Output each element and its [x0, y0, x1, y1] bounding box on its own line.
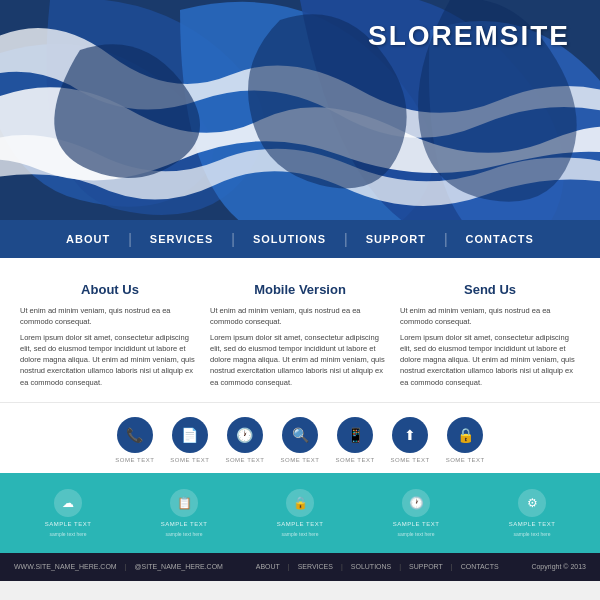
teal-label-2: SAMPLE TEXT [161, 521, 208, 527]
lock-icon: 🔒 [447, 417, 483, 453]
footer-social[interactable]: @SITE_NAME_HERE.COM [135, 563, 223, 570]
gear-icon: ⚙ [518, 489, 546, 517]
teal-sub-3: sample text here [282, 531, 319, 537]
clock-icon: 🕐 [227, 417, 263, 453]
teal-doc-icon: 📋 [170, 489, 198, 517]
icon-mobile-label: some text [336, 457, 375, 463]
mobile-text: Ut enim ad minim veniam, quis nostrud ea… [210, 305, 390, 388]
mobile-column: Mobile Version Ut enim ad minim veniam, … [210, 282, 390, 392]
nav-contacts[interactable]: CONTACTS [448, 233, 552, 245]
teal-sub-5: sample text here [514, 531, 551, 537]
nav-items: ABOUT | SERVICES | SOLUTIONS | SUPPORT |… [48, 231, 552, 247]
footer-website[interactable]: WWW.SITE_NAME_HERE.COM [14, 563, 117, 570]
cloud-icon: ☁ [54, 489, 82, 517]
icon-clock-label: some text [225, 457, 264, 463]
icon-search-label: some text [280, 457, 319, 463]
teal-sub-1: sample text here [50, 531, 87, 537]
mobile-title: Mobile Version [210, 282, 390, 297]
teal-label-1: SAMPLE TEXT [45, 521, 92, 527]
nav-support[interactable]: SUPPORT [348, 233, 444, 245]
footer-nav-contacts[interactable]: CONTACTS [461, 563, 499, 570]
footer-nav-div4: | [451, 563, 453, 570]
icon-lock-label: some text [446, 457, 485, 463]
teal-label-4: SAMPLE TEXT [393, 521, 440, 527]
footer-nav-services[interactable]: SERVICES [298, 563, 333, 570]
footer-links: WWW.SITE_NAME_HERE.COM | @SITE_NAME_HERE… [14, 563, 223, 570]
search-icon: 🔍 [282, 417, 318, 453]
about-title: About Us [20, 282, 200, 297]
teal-sub-2: sample text here [166, 531, 203, 537]
header: SLOREMSITE [0, 0, 600, 220]
teal-item-cloud[interactable]: ☁ SAMPLE TEXT sample text here [45, 489, 92, 537]
icon-phone[interactable]: 📞 some text [115, 417, 154, 463]
icon-lock[interactable]: 🔒 some text [446, 417, 485, 463]
footer: WWW.SITE_NAME_HERE.COM | @SITE_NAME_HERE… [0, 553, 600, 581]
footer-divider-1: | [125, 563, 127, 570]
main-content: About Us Ut enim ad minim veniam, quis n… [0, 258, 600, 402]
footer-nav-div1: | [288, 563, 290, 570]
nav-services[interactable]: SERVICES [132, 233, 231, 245]
icon-upload-label: some text [391, 457, 430, 463]
sendus-text: Ut enim ad minim veniam, quis nostrud ea… [400, 305, 580, 388]
footer-nav-div3: | [399, 563, 401, 570]
footer-nav-about[interactable]: ABOUT [256, 563, 280, 570]
site-logo: SLOREMSITE [368, 20, 570, 52]
teal-item-clock[interactable]: 🕐 SAMPLE TEXT sample text here [393, 489, 440, 537]
nav-solutions[interactable]: SOLUTIONS [235, 233, 344, 245]
content-columns: About Us Ut enim ad minim veniam, quis n… [20, 282, 580, 392]
doc-icon: 📄 [172, 417, 208, 453]
teal-item-doc[interactable]: 📋 SAMPLE TEXT sample text here [161, 489, 208, 537]
teal-sub-4: sample text here [398, 531, 435, 537]
icon-doc-label: some text [170, 457, 209, 463]
icon-mobile[interactable]: 📱 some text [336, 417, 375, 463]
teal-clock-icon: 🕐 [402, 489, 430, 517]
teal-lock-icon: 🔒 [286, 489, 314, 517]
phone-icon: 📞 [117, 417, 153, 453]
footer-nav-solutions[interactable]: SOLUTIONS [351, 563, 391, 570]
teal-item-lock[interactable]: 🔒 SAMPLE TEXT sample text here [277, 489, 324, 537]
upload-icon: ⬆ [392, 417, 428, 453]
footer-nav-support[interactable]: SUPPORT [409, 563, 443, 570]
main-nav: ABOUT | SERVICES | SOLUTIONS | SUPPORT |… [0, 220, 600, 258]
teal-item-gear[interactable]: ⚙ SAMPLE TEXT sample text here [509, 489, 556, 537]
teal-label-5: SAMPLE TEXT [509, 521, 556, 527]
nav-about[interactable]: ABOUT [48, 233, 128, 245]
footer-copyright: Copyright © 2013 [531, 563, 586, 570]
teal-band: ☁ SAMPLE TEXT sample text here 📋 SAMPLE … [0, 473, 600, 553]
footer-nav-div2: | [341, 563, 343, 570]
teal-label-3: SAMPLE TEXT [277, 521, 324, 527]
sendus-column: Send Us Ut enim ad minim veniam, quis no… [400, 282, 580, 392]
icon-phone-label: some text [115, 457, 154, 463]
icon-doc[interactable]: 📄 some text [170, 417, 209, 463]
icon-clock[interactable]: 🕐 some text [225, 417, 264, 463]
icon-search[interactable]: 🔍 some text [280, 417, 319, 463]
icons-row: 📞 some text 📄 some text 🕐 some text 🔍 so… [0, 402, 600, 473]
about-column: About Us Ut enim ad minim veniam, quis n… [20, 282, 200, 392]
sendus-title: Send Us [400, 282, 580, 297]
mobile-icon: 📱 [337, 417, 373, 453]
about-text: Ut enim ad minim veniam, quis nostrud ea… [20, 305, 200, 388]
icon-upload[interactable]: ⬆ some text [391, 417, 430, 463]
footer-nav: ABOUT | SERVICES | SOLUTIONS | SUPPORT |… [256, 563, 499, 570]
